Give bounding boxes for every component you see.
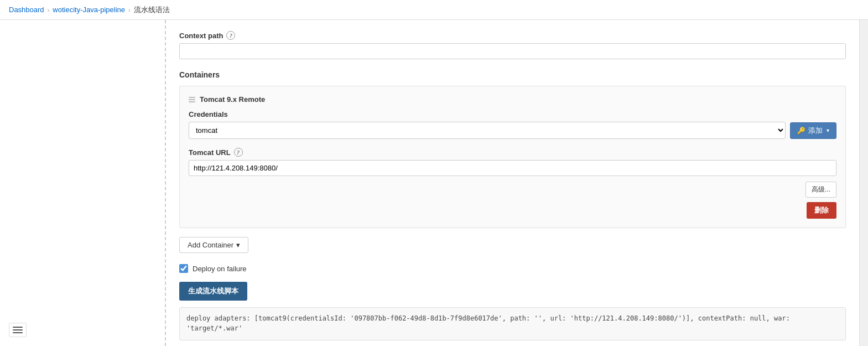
advanced-button[interactable]: 高级...: [805, 182, 836, 198]
container-block: Tomcat 9.x Remote Credentials tomcat 🔑 添…: [179, 86, 846, 228]
tomcat-url-field: Tomcat URL ?: [189, 148, 836, 176]
tomcat-url-help-icon[interactable]: ?: [234, 148, 243, 157]
breadcrumb-dashboard[interactable]: Dashboard: [9, 6, 44, 14]
breadcrumb-sep2: ›: [128, 7, 131, 13]
pipeline-output: deploy adapters: [tomcat9(credentialsId:…: [179, 307, 846, 340]
container-actions: 高级...: [189, 182, 836, 198]
context-path-input[interactable]: [179, 43, 846, 59]
breadcrumb-pipeline[interactable]: wotiecity-Java-pipeline: [53, 6, 125, 14]
containers-section: Containers Tomcat 9.x Remote Credentials: [179, 70, 846, 228]
breadcrumb-current: 流水线语法: [134, 5, 170, 15]
container-block-title: Tomcat 9.x Remote: [189, 95, 836, 104]
container-type-label: Tomcat 9.x Remote: [200, 95, 265, 104]
credentials-field: Credentials tomcat 🔑 添加 ▾: [189, 110, 836, 139]
add-credentials-button[interactable]: 🔑 添加 ▾: [790, 122, 836, 139]
deploy-on-failure-row: Deploy on failure: [179, 264, 846, 273]
add-container-row: Add Container ▾: [179, 237, 846, 253]
deploy-on-failure-checkbox[interactable]: [179, 264, 188, 273]
scrollbar[interactable]: [859, 20, 868, 346]
deploy-on-failure-label: Deploy on failure: [193, 265, 247, 273]
credentials-label: Credentials: [189, 110, 836, 118]
tomcat-url-input[interactable]: [189, 160, 836, 176]
breadcrumb: Dashboard › wotiecity-Java-pipeline › 流水…: [0, 0, 868, 20]
add-container-label: Add Container: [188, 241, 233, 249]
generate-row: 生成流水线脚本: [179, 273, 846, 301]
credentials-select[interactable]: tomcat: [189, 122, 786, 139]
hamburger-icon[interactable]: [9, 323, 27, 337]
generate-pipeline-button[interactable]: 生成流水线脚本: [179, 282, 247, 301]
context-path-help-icon[interactable]: ?: [226, 31, 235, 40]
delete-row: 删除: [189, 202, 836, 219]
add-container-button[interactable]: Add Container ▾: [179, 237, 248, 253]
drag-handle[interactable]: [189, 97, 195, 102]
add-container-caret-icon: ▾: [236, 241, 240, 249]
key-icon: 🔑: [797, 127, 805, 135]
main-content: Context path ? Containers Tomcat 9.x Rem…: [166, 20, 859, 346]
left-sidebar: [0, 20, 166, 346]
add-btn-label: 添加: [808, 126, 823, 136]
tomcat-url-label: Tomcat URL: [189, 148, 231, 157]
context-path-label: Context path: [179, 32, 223, 40]
add-btn-caret-icon: ▾: [827, 127, 829, 133]
sidebar-menu-toggle[interactable]: [9, 323, 27, 337]
credentials-row: tomcat 🔑 添加 ▾: [189, 122, 836, 139]
context-path-section: Context path ?: [179, 31, 846, 59]
containers-label: Containers: [179, 70, 846, 79]
delete-button[interactable]: 删除: [807, 202, 836, 219]
breadcrumb-sep1: ›: [48, 7, 50, 13]
